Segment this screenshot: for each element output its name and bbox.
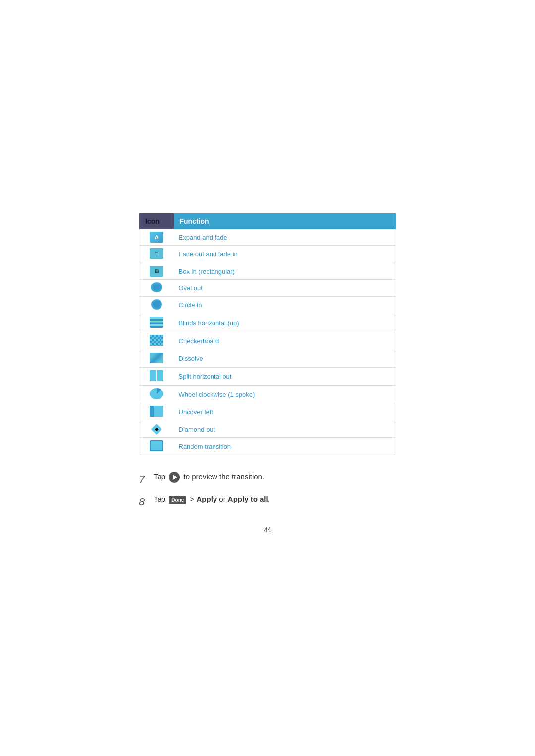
table-row: ◆Diamond out [139, 421, 396, 438]
icon-diamond-out: ◆ [151, 424, 162, 435]
icon-cell-split-horizontal [139, 368, 174, 386]
step-8: 8 Tap Done > Apply or Apply to all. [139, 494, 270, 510]
icon-cell-diamond-out: ◆ [139, 421, 174, 438]
step-8-text: Tap Done > Apply or Apply to all. [154, 494, 270, 505]
table-row: Random transition [139, 438, 396, 455]
icon-cell-oval-out [139, 280, 174, 297]
icon-cell-uncover-left [139, 403, 174, 421]
table-row: Blinds horizontal (up) [139, 314, 396, 332]
icon-cell-checkerboard [139, 332, 174, 350]
icon-cell-fade-out-fade: ≡ [139, 246, 174, 263]
icon-expand-fade: A [150, 232, 163, 243]
icon-circle-in [151, 299, 162, 310]
col-header-function: Function [174, 213, 396, 230]
function-cell-dissolve: Dissolve [174, 350, 396, 368]
table-row: ⊞Box in (rectangular) [139, 263, 396, 280]
table-row: Circle in [139, 297, 396, 314]
function-cell-circle-in: Circle in [174, 297, 396, 314]
function-cell-diamond-out: Diamond out [174, 421, 396, 438]
function-cell-expand-fade: Expand and fade [174, 229, 396, 246]
col-header-icon: Icon [139, 213, 174, 230]
icon-box-in: ⊞ [150, 266, 163, 277]
icon-cell-wheel-clockwise [139, 386, 174, 403]
icon-cell-circle-in [139, 297, 174, 314]
icon-random-transition [150, 440, 163, 451]
function-cell-random-transition: Random transition [174, 438, 396, 455]
icon-dissolve [150, 353, 163, 363]
table-row: Uncover left [139, 403, 396, 421]
function-cell-oval-out: Oval out [174, 280, 396, 297]
step-8-number: 8 [139, 494, 149, 510]
step-7-text: Tap to preview the transition. [154, 471, 264, 483]
icon-cell-random-transition [139, 438, 174, 455]
page-number: 44 [139, 526, 396, 534]
function-cell-split-horizontal: Split horizontal out [174, 368, 396, 386]
icon-cell-box-in: ⊞ [139, 263, 174, 280]
icon-checkerboard [150, 335, 163, 346]
icon-cell-blinds-horizontal [139, 314, 174, 332]
icon-fade-out-fade: ≡ [150, 248, 163, 259]
apply-label: Apply [196, 495, 217, 503]
play-icon[interactable] [169, 472, 180, 483]
transition-table: Icon Function AExpand and fade≡Fade out … [139, 213, 396, 455]
function-cell-uncover-left: Uncover left [174, 403, 396, 421]
function-cell-checkerboard: Checkerboard [174, 332, 396, 350]
function-cell-box-in: Box in (rectangular) [174, 263, 396, 280]
apply-all-label: Apply to all [228, 495, 268, 503]
table-row: Split horizontal out [139, 368, 396, 386]
function-cell-fade-out-fade: Fade out and fade in [174, 246, 396, 263]
function-cell-wheel-clockwise: Wheel clockwise (1 spoke) [174, 386, 396, 403]
table-row: AExpand and fade [139, 229, 396, 246]
icon-cell-expand-fade: A [139, 229, 174, 246]
table-row: Checkerboard [139, 332, 396, 350]
table-row: Dissolve [139, 350, 396, 368]
done-badge[interactable]: Done [169, 496, 186, 504]
step-7-number: 7 [139, 471, 149, 488]
page-container: Icon Function AExpand and fade≡Fade out … [0, 0, 535, 756]
icon-blinds-horizontal [150, 317, 163, 328]
table-row: ≡Fade out and fade in [139, 246, 396, 263]
icon-wheel-clockwise [150, 388, 163, 399]
icon-cell-dissolve [139, 350, 174, 368]
table-row: Wheel clockwise (1 spoke) [139, 386, 396, 403]
icon-split-horizontal [150, 370, 163, 381]
table-row: Oval out [139, 280, 396, 297]
function-cell-blinds-horizontal: Blinds horizontal (up) [174, 314, 396, 332]
step-7: 7 Tap to preview the transition. [139, 471, 264, 488]
icon-oval-out [151, 282, 162, 292]
icon-uncover-left [150, 406, 163, 417]
content-area: Icon Function AExpand and fade≡Fade out … [139, 213, 396, 534]
